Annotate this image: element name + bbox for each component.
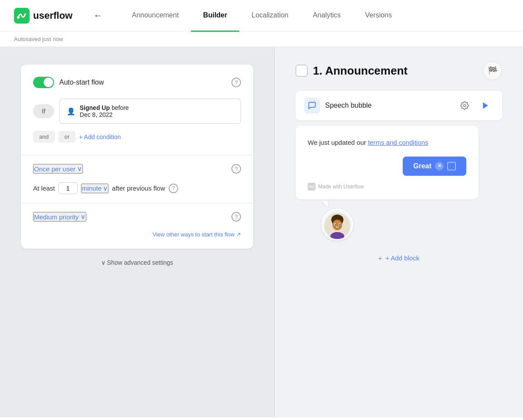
logo: userflow (14, 8, 72, 24)
svg-point-1 (17, 16, 20, 19)
show-advanced-settings[interactable]: ∨ Show advanced settings (21, 259, 253, 266)
header: userflow ← Announcement Builder Localiza… (0, 0, 523, 31)
flag-button[interactable]: 🏁 (483, 61, 502, 80)
svg-point-2 (464, 105, 466, 107)
tab-announcement[interactable]: Announcement (119, 0, 191, 32)
flow-card: Auto-start flow ? If 👤 Signed Up before … (21, 65, 253, 249)
svg-point-8 (333, 220, 342, 230)
condition-value: Dec 8, 2022 (80, 111, 113, 118)
speech-bubble-label: Speech bubble (325, 102, 452, 109)
autosave-bar: Autosaved just now (0, 31, 523, 47)
flag-icon: 🏁 (488, 66, 497, 75)
bubble-content-text: We just updated our terms and conditions (308, 138, 466, 148)
tab-localization[interactable]: Localization (239, 0, 301, 32)
priority-chevron: ∨ (81, 213, 85, 221)
add-condition-row: and or + Add condition (33, 131, 241, 143)
priority-dropdown[interactable]: Medium priority ∨ (33, 212, 86, 222)
play-button[interactable] (478, 98, 493, 113)
at-least-row: At least minute ∨ after previous flow ? (33, 182, 241, 194)
announcement-header: 1. Announcement 🏁 (295, 61, 502, 80)
view-other-ways: View other ways to start this flow ↗ (33, 230, 241, 238)
unit-dropdown[interactable]: minute ∨ (81, 184, 109, 193)
frequency-help-icon[interactable]: ? (231, 164, 241, 174)
userflow-small-logo (308, 183, 316, 191)
great-btn-row: Great ✕ (308, 157, 466, 176)
tab-versions[interactable]: Versions (353, 0, 404, 32)
auto-start-label-group: Auto-start flow (33, 77, 104, 88)
announcement-title-text: Announcement (325, 64, 408, 77)
condition-row: If 👤 Signed Up before Dec 8, 2022 (33, 99, 241, 124)
priority-row: Medium priority ∨ ? (33, 212, 241, 222)
frequency-label: Once per user (34, 165, 75, 173)
auto-start-help-icon[interactable]: ? (231, 78, 241, 87)
auto-start-row: Auto-start flow ? (33, 77, 241, 88)
svg-marker-3 (483, 102, 488, 109)
condition-operator: before (112, 104, 129, 111)
great-button-bar-icon (447, 162, 456, 171)
great-button-label: Great (413, 162, 431, 170)
logo-text: userflow (33, 10, 72, 21)
bubble-content-card: We just updated our terms and conditions… (295, 126, 479, 199)
great-button[interactable]: Great ✕ (403, 157, 466, 176)
condition-box[interactable]: 👤 Signed Up before Dec 8, 2022 (59, 99, 241, 124)
or-button[interactable]: or (58, 131, 76, 143)
at-least-suffix: after previous flow (112, 184, 165, 192)
settings-button[interactable] (457, 98, 472, 113)
avatar-svg (324, 213, 350, 239)
back-button[interactable]: ← (90, 9, 105, 22)
speech-bubble-block: Speech bubble (295, 91, 502, 120)
if-badge: If (33, 104, 54, 118)
card-divider-2 (21, 203, 253, 203)
terms-link[interactable]: terms and conditions (368, 139, 428, 146)
add-condition-button[interactable]: + Add condition (79, 133, 121, 140)
tab-builder[interactable]: Builder (191, 0, 239, 32)
at-least-prefix: At least (33, 184, 55, 192)
made-with-userflow: Made with Userflow (308, 183, 466, 191)
avatar (322, 209, 353, 240)
step-number: 1. (313, 64, 323, 77)
right-panel: 1. Announcement 🏁 Speech bubble (275, 47, 523, 417)
add-block-button[interactable]: + + Add block (378, 254, 420, 262)
great-button-x-icon: ✕ (435, 162, 444, 171)
add-block-label: + Add block (385, 254, 419, 262)
view-other-ways-link[interactable]: View other ways to start this flow ↗ (153, 231, 241, 238)
at-least-number-input[interactable] (58, 182, 78, 194)
speech-bubble-icon (304, 98, 320, 113)
priority-help-icon[interactable]: ? (231, 212, 241, 222)
left-panel: Auto-start flow ? If 👤 Signed Up before … (0, 47, 275, 417)
condition-attribute: Signed Up (80, 104, 110, 111)
priority-label: Medium priority (34, 213, 79, 221)
add-block-plus: + (378, 254, 382, 262)
auto-start-label: Auto-start flow (59, 79, 104, 86)
unit-chevron: ∨ (103, 184, 108, 192)
svg-point-12 (339, 224, 340, 225)
autosave-text: Autosaved just now (14, 36, 63, 42)
avatar-container (311, 209, 502, 240)
announcement-title: 1. Announcement (313, 64, 478, 78)
unit-label: minute (82, 184, 102, 192)
condition-text: Signed Up before Dec 8, 2022 (80, 104, 129, 118)
main-content: Auto-start flow ? If 👤 Signed Up before … (0, 47, 523, 417)
made-with-text: Made with Userflow (318, 184, 364, 190)
auto-start-toggle[interactable] (33, 77, 54, 88)
frequency-chevron: ∨ (77, 165, 82, 173)
at-least-help-icon[interactable]: ? (169, 184, 178, 193)
svg-point-11 (335, 224, 336, 225)
bubble-tail (322, 201, 328, 207)
frequency-row: Once per user ∨ ? (33, 164, 241, 174)
card-divider-1 (21, 155, 253, 155)
and-button[interactable]: and (33, 131, 55, 143)
user-icon: 👤 (67, 107, 75, 116)
userflow-logo-icon (14, 8, 30, 24)
frequency-dropdown[interactable]: Once per user ∨ (33, 164, 83, 174)
bubble-text-before: We just updated our (308, 139, 368, 146)
step-checkbox[interactable] (295, 65, 308, 77)
tab-analytics[interactable]: Analytics (301, 0, 353, 32)
nav-tabs: Announcement Builder Localization Analyt… (119, 0, 509, 31)
